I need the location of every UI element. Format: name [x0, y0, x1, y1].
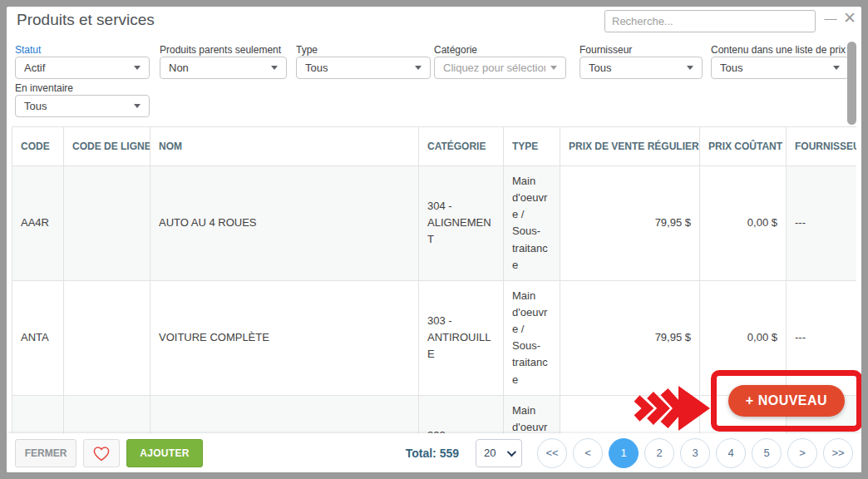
close-icon[interactable]: ✕	[841, 7, 859, 29]
total-count: Total: 559	[406, 447, 459, 460]
minimize-icon[interactable]: —	[822, 8, 839, 28]
categorie-placeholder: Cliquez pour sélectionner	[443, 62, 545, 74]
liste-prix-value: Tous	[720, 62, 828, 74]
prev-page-button[interactable]: <	[573, 438, 603, 468]
pagination: << < 1 2 3 4 5 > >>	[537, 438, 853, 468]
red-arrows-annotation	[632, 384, 712, 432]
fournisseur-value: Tous	[589, 62, 682, 74]
cell-type: Main d'oeuvre / Sous-traitance	[504, 395, 560, 433]
filter-label-statut: Statut	[15, 44, 41, 56]
chevron-down-icon	[134, 66, 141, 70]
chevron-down-icon	[507, 447, 516, 456]
col-header-fournisseur[interactable]: FOURNISSEUR	[787, 127, 857, 166]
statut-dropdown[interactable]: Actif	[15, 57, 150, 79]
inventaire-value: Tous	[24, 100, 129, 112]
fournisseur-dropdown[interactable]: Tous	[579, 57, 703, 79]
cell-line-code	[64, 166, 150, 281]
cell-line-code	[64, 280, 150, 395]
col-header-type[interactable]: TYPE	[504, 127, 560, 166]
cell-category: 304 - ALIGNEMENT	[419, 166, 504, 281]
categorie-dropdown[interactable]: Cliquez pour sélectionner	[434, 57, 566, 79]
parents-dropdown[interactable]: Non	[160, 57, 287, 79]
filter-label-inventaire: En inventaire	[15, 82, 73, 94]
chevron-down-icon	[687, 66, 693, 70]
page-title: Produits et services	[17, 11, 155, 29]
filter-label-type: Type	[296, 44, 318, 56]
type-dropdown[interactable]: Tous	[296, 57, 431, 79]
page-button-1[interactable]: 1	[609, 438, 639, 468]
col-header-prix-coutant[interactable]: PRIX COÛTANT	[700, 127, 787, 166]
cell-name: VOITURE COMPLÈTE	[150, 280, 419, 395]
chevron-down-icon	[415, 66, 422, 70]
col-header-categorie[interactable]: CATÉGORIE	[419, 127, 504, 166]
chevron-down-icon	[550, 66, 557, 70]
chevron-down-icon	[271, 66, 278, 70]
cell-line-code	[64, 395, 150, 433]
filter-label-categorie: Catégorie	[434, 44, 477, 56]
cell-category: 303 - ANTIROUILLE	[419, 280, 504, 395]
fermer-button[interactable]: FERMER	[15, 439, 76, 467]
chevron-down-icon	[134, 104, 141, 108]
total-value: 559	[440, 447, 459, 460]
table-row[interactable]: AA4R AUTO AU 4 ROUES 304 - ALIGNEMENT Ma…	[12, 166, 857, 281]
ajouter-button[interactable]: AJOUTER	[126, 439, 203, 467]
col-header-prix-vente[interactable]: PRIX DE VENTE RÉGULIER	[560, 127, 700, 166]
filter-label-liste-prix: Contenu dans une liste de prix	[711, 44, 846, 56]
type-value: Tous	[305, 62, 410, 74]
inventaire-dropdown[interactable]: Tous	[15, 95, 150, 117]
last-page-button[interactable]: >>	[823, 438, 853, 468]
favorite-button[interactable]	[83, 439, 120, 467]
total-label: Total:	[406, 447, 436, 460]
parents-value: Non	[169, 62, 266, 74]
first-page-button[interactable]: <<	[537, 438, 567, 468]
page-size-value: 20	[484, 447, 496, 459]
cell-type: Main d'oeuvre / Sous-traitance	[504, 280, 560, 395]
search-input[interactable]	[604, 10, 816, 32]
heart-icon	[92, 445, 111, 462]
cell-category: 303 - ANTIROUILLE	[419, 395, 504, 433]
liste-prix-dropdown[interactable]: Tous	[711, 57, 849, 79]
red-highlight-box: + NOUVEAU	[711, 370, 861, 432]
col-header-line-code[interactable]: CODE DE LIGNE	[64, 127, 150, 166]
filter-label-fournisseur: Fournisseur	[579, 44, 632, 56]
vertical-scrollbar[interactable]	[847, 42, 856, 125]
table-header-row: CODE CODE DE LIGNE NOM CATÉGORIE TYPE PR…	[12, 127, 857, 166]
cell-code: AA4R	[12, 166, 64, 281]
cell-type: Main d'oeuvre / Sous-traitance	[504, 166, 560, 281]
footer-bar: FERMER AJOUTER Total: 559 20 << < 1 2 3 …	[7, 433, 861, 472]
cell-name: AUTO AU 4 ROUES	[150, 166, 419, 281]
cell-supplier: ---	[787, 166, 857, 281]
col-header-nom[interactable]: NOM	[150, 127, 419, 166]
statut-value: Actif	[24, 62, 129, 74]
cell-name: CAMION COMPLET	[150, 395, 419, 433]
page-button-3[interactable]: 3	[680, 438, 710, 468]
chevron-down-icon	[833, 66, 840, 70]
col-header-code[interactable]: CODE	[12, 127, 64, 166]
cell-cost: 0,00 $	[700, 166, 787, 281]
products-services-modal: Produits et services — ✕ Statut Produits…	[7, 7, 861, 472]
filter-label-parents: Produits parents seulement	[160, 44, 281, 56]
nouveau-button[interactable]: + NOUVEAU	[728, 385, 845, 417]
next-page-button[interactable]: >	[787, 438, 817, 468]
cell-code: ANTC	[12, 395, 64, 433]
cell-price: 79,95 $	[560, 166, 700, 281]
page-button-5[interactable]: 5	[752, 438, 782, 468]
cell-price: 79,95 $	[560, 280, 700, 395]
page-button-2[interactable]: 2	[644, 438, 674, 468]
cell-code: ANTA	[12, 280, 64, 395]
page-button-4[interactable]: 4	[716, 438, 746, 468]
page-size-select[interactable]: 20	[476, 439, 522, 467]
